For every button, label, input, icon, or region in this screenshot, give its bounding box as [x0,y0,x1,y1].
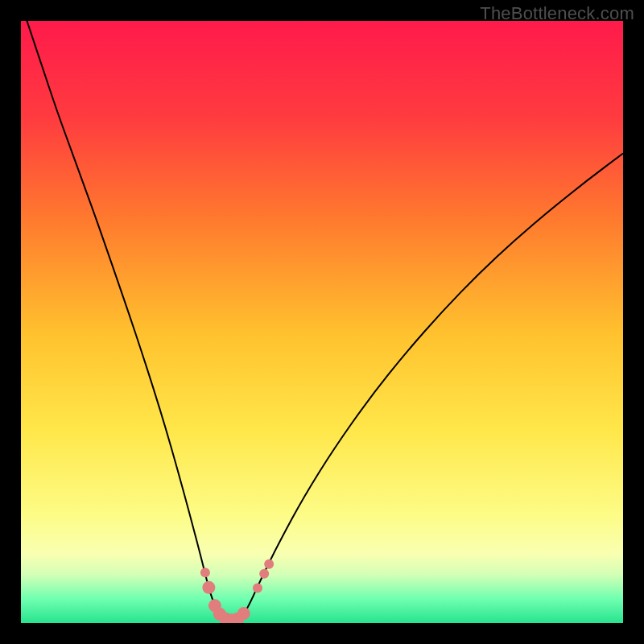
curve-marker [264,559,274,569]
chart-plot [21,21,623,623]
watermark: TheBottleneck.com [480,3,634,24]
curve-marker [200,568,210,577]
curve-marker [253,584,262,593]
plot-background [21,21,623,623]
chart-frame: TheBottleneck.com [0,0,644,644]
curve-marker [202,581,215,594]
curve-marker [259,569,269,579]
curve-marker [237,607,250,620]
